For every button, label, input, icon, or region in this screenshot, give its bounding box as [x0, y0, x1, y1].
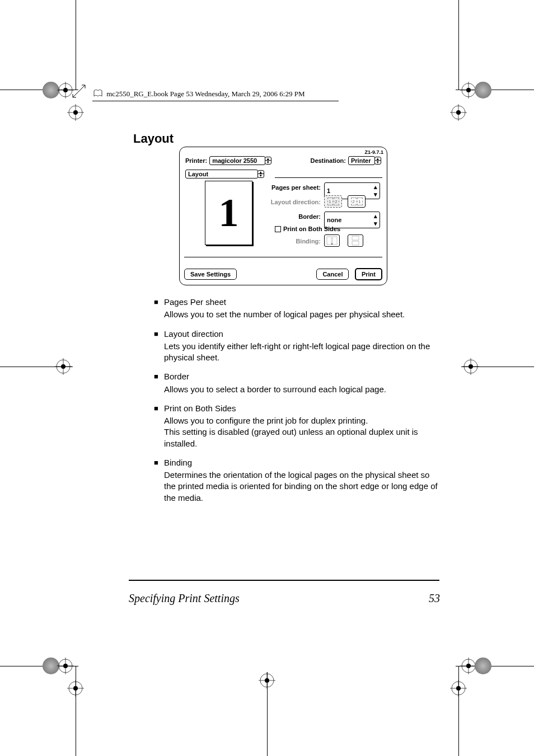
printer-select[interactable]: magicolor 2550: [209, 156, 265, 165]
panel-select[interactable]: Layout: [185, 170, 258, 179]
destination-label: Destination:: [310, 157, 346, 164]
border-value: none: [327, 217, 341, 223]
chevron-updown-icon: ▴▾: [374, 213, 377, 227]
stepper-icon[interactable]: ▴▾: [374, 157, 381, 165]
bullet-body: Allows you to select a border to surroun…: [164, 384, 438, 395]
layout-direction-label: Layout direction:: [265, 199, 321, 205]
registration-mark-icon: [462, 358, 479, 375]
pages-per-sheet-value: 1: [327, 187, 330, 194]
binding-long-edge-button[interactable]: [324, 234, 340, 247]
print-button[interactable]: Print: [355, 268, 382, 280]
registration-mark-icon: [450, 104, 467, 121]
layout-direction-rl-button[interactable]: 2 1: [348, 195, 366, 208]
bullet-title: Binding: [164, 457, 438, 468]
chevron-updown-icon: ▴▾: [374, 184, 377, 198]
mini-page-icon: 2: [351, 198, 357, 205]
layout-direction-lr-button[interactable]: 1 2: [324, 195, 342, 208]
registration-mark-icon: [67, 680, 84, 697]
svg-rect-4: [327, 237, 331, 245]
print-both-sides-label: Print on Both Sides: [283, 226, 340, 232]
registration-arrow-icon: [71, 83, 87, 100]
bullet-icon: [154, 457, 164, 504]
list-item: Pages Per sheet Allows you to set the nu…: [154, 297, 438, 321]
svg-rect-5: [332, 237, 337, 245]
print-dialog: Z1-9.7.1 Printer: magicolor 2550 ▴▾ Dest…: [179, 147, 387, 285]
stepper-icon[interactable]: ▴▾: [265, 157, 271, 165]
registration-mark-icon: [57, 658, 74, 674]
section-title: Layout: [133, 132, 174, 146]
bullet-title: Print on Both Sides: [164, 403, 438, 414]
checkbox-icon: [275, 226, 281, 232]
list-item: Border Allows you to select a border to …: [154, 371, 438, 395]
bullet-body: Determines the orientation of the logica…: [164, 469, 438, 504]
svg-rect-6: [352, 236, 359, 240]
dialog-version: Z1-9.7.1: [364, 149, 383, 155]
footer-text: Specifying Print Settings: [129, 592, 240, 605]
bullet-icon: [154, 297, 164, 321]
registration-mark-icon: [259, 672, 275, 689]
svg-rect-7: [352, 241, 359, 245]
registration-mark-icon: [67, 104, 84, 121]
preview-glyph: 1: [219, 190, 239, 236]
bullet-icon: [154, 371, 164, 395]
destination-value: Printer: [351, 157, 371, 164]
footer-rule: [129, 580, 439, 581]
save-settings-button[interactable]: Save Settings: [184, 269, 237, 280]
layout-preview: 1: [205, 181, 252, 245]
printer-label: Printer:: [185, 157, 207, 164]
bullet-body: Allows you to configure the print job fo…: [164, 415, 438, 449]
mini-page-icon: 2: [334, 198, 339, 205]
bullet-list: Pages Per sheet Allows you to set the nu…: [154, 297, 438, 511]
list-item: Binding Determines the orientation of th…: [154, 457, 438, 504]
binding-short-icon: [352, 236, 359, 246]
bullet-title: Pages Per sheet: [164, 297, 438, 308]
pages-per-sheet-label: Pages per sheet:: [265, 184, 321, 191]
registration-shade-icon: [475, 82, 491, 98]
bullet-icon: [154, 403, 164, 449]
mini-page-icon: 1: [357, 198, 363, 205]
bullet-title: Layout direction: [164, 328, 438, 340]
print-both-sides-checkbox[interactable]: Print on Both Sides: [275, 226, 340, 232]
list-item: Layout direction Lets you identify eithe…: [154, 328, 438, 364]
panel-value: Layout: [188, 171, 208, 177]
bullet-body: Allows you to set the number of logical …: [164, 309, 438, 320]
border-label: Border:: [265, 213, 321, 220]
bullet-icon: [154, 328, 164, 364]
header-path-text: mc2550_RG_E.book Page 53 Wednesday, Marc…: [106, 90, 305, 98]
destination-select[interactable]: Printer: [348, 156, 375, 165]
mini-page-icon: 1: [327, 198, 333, 205]
bullet-title: Border: [164, 371, 438, 382]
document-header: mc2550_RG_E.book Page 53 Wednesday, Marc…: [92, 88, 339, 101]
printer-value: magicolor 2550: [212, 157, 257, 164]
binding-short-edge-button[interactable]: [348, 234, 363, 247]
cancel-button[interactable]: Cancel: [316, 269, 349, 280]
divider: [275, 177, 382, 178]
book-icon: [93, 90, 102, 100]
bullet-body: Lets you identify either left-right or r…: [164, 341, 438, 364]
divider: [184, 257, 382, 257]
registration-mark-icon: [55, 358, 72, 375]
crop-line: [76, 0, 76, 90]
binding-label: Binding:: [265, 238, 321, 245]
binding-long-icon: [326, 236, 338, 245]
registration-shade-icon: [475, 658, 491, 674]
list-item: Print on Both Sides Allows you to config…: [154, 403, 438, 449]
page-number: 53: [429, 592, 440, 605]
stepper-icon[interactable]: ▴▾: [257, 170, 264, 178]
registration-mark-icon: [450, 680, 467, 697]
crop-line: [458, 0, 459, 90]
